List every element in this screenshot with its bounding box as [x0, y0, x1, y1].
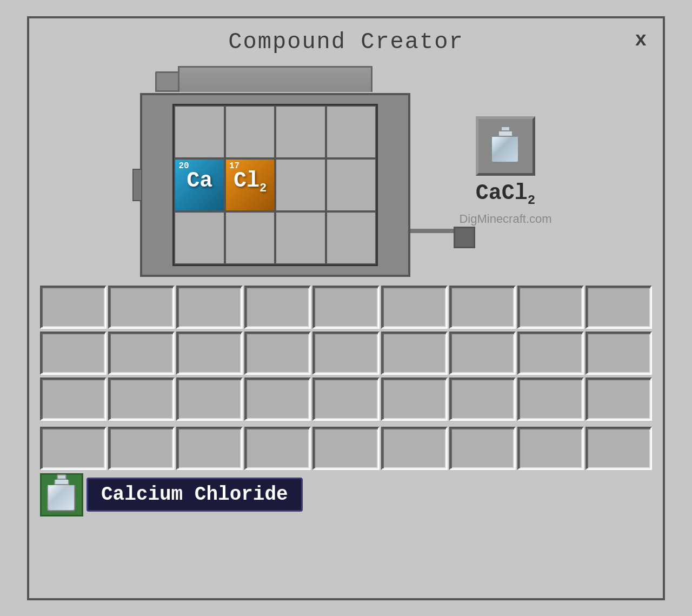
grid-cell-1-0-ca[interactable]: 20 Ca	[174, 158, 225, 211]
inv-cell-3-2[interactable]	[108, 377, 175, 421]
inv-cell-3-9[interactable]	[585, 377, 652, 421]
hotbar	[40, 427, 652, 470]
grid-cell-0-2[interactable]	[275, 105, 326, 158]
hotbar-cell-3[interactable]	[176, 427, 243, 470]
inv-cell-2-4[interactable]	[244, 332, 311, 375]
compound-creator-wrapper: 20 Ca 17 Cl2	[140, 66, 551, 277]
inv-cell-3-7[interactable]	[449, 377, 516, 421]
inv-cell-2-8[interactable]	[517, 332, 584, 375]
connector-line	[410, 229, 454, 233]
inv-cell-1-6[interactable]	[381, 286, 448, 329]
inv-cell-2-9[interactable]	[585, 332, 652, 375]
hotbar-cell-6[interactable]	[381, 427, 448, 470]
inv-cell-2-5[interactable]	[312, 332, 379, 375]
inv-cell-1-5[interactable]	[312, 286, 379, 329]
compound-creator-dialog: Compound Creator x	[27, 16, 665, 600]
inv-cell-3-3[interactable]	[176, 377, 243, 421]
inventory-row-3	[40, 377, 652, 421]
inv-cell-1-3[interactable]	[176, 286, 243, 329]
inv-cell-3-8[interactable]	[517, 377, 584, 421]
output-section: CaCl2 DigMinecraft.com	[459, 116, 551, 226]
grid-cell-2-1[interactable]	[225, 211, 276, 264]
inv-cell-3-6[interactable]	[381, 377, 448, 421]
inv-cell-1-8[interactable]	[517, 286, 584, 329]
dialog-title: Compound Creator	[228, 29, 463, 55]
inv-cell-1-7[interactable]	[449, 286, 516, 329]
tooltip-bar: Calcium Chloride	[40, 473, 652, 516]
inv-cell-1-9[interactable]	[585, 286, 652, 329]
grid-cell-0-1[interactable]	[225, 105, 276, 158]
output-slot[interactable]	[476, 116, 535, 176]
inv-cell-1-1[interactable]	[40, 286, 107, 329]
grid-cell-0-3[interactable]	[326, 105, 377, 158]
tooltip-item-icon	[40, 473, 83, 516]
inv-cell-3-1[interactable]	[40, 377, 107, 421]
inv-cell-1-4[interactable]	[244, 286, 311, 329]
machine: 20 Ca 17 Cl2	[140, 66, 410, 277]
inv-cell-3-5[interactable]	[312, 377, 379, 421]
tooltip-item-label: Calcium Chloride	[86, 478, 303, 512]
grid-cell-0-0[interactable]	[174, 105, 225, 158]
watermark: DigMinecraft.com	[459, 212, 551, 226]
grid-cell-1-1-cl[interactable]: 17 Cl2	[225, 158, 276, 211]
grid-cell-2-0[interactable]	[174, 211, 225, 264]
close-button[interactable]: x	[635, 29, 647, 51]
left-handle	[132, 169, 142, 201]
hotbar-cell-7[interactable]	[449, 427, 516, 470]
compound-formula: CaCl2	[476, 181, 535, 208]
hotbar-cell-5[interactable]	[312, 427, 379, 470]
inv-cell-2-7[interactable]	[449, 332, 516, 375]
compound-bottle-icon	[491, 126, 521, 167]
hotbar-cell-2[interactable]	[108, 427, 175, 470]
grid-cell-1-2[interactable]	[275, 158, 326, 211]
inv-cell-2-1[interactable]	[40, 332, 107, 375]
inventory-row-1	[40, 286, 652, 329]
ingredient-grid: 20 Ca 17 Cl2	[172, 104, 378, 266]
inv-cell-1-2[interactable]	[108, 286, 175, 329]
grid-cell-2-2[interactable]	[275, 211, 326, 264]
hotbar-cell-9[interactable]	[585, 427, 652, 470]
hotbar-cell-4[interactable]	[244, 427, 311, 470]
inventory: Calcium Chloride	[40, 286, 652, 587]
hotbar-cell-1[interactable]	[40, 427, 107, 470]
hotbar-cell-8[interactable]	[517, 427, 584, 470]
inv-cell-2-2[interactable]	[108, 332, 175, 375]
inv-cell-2-6[interactable]	[381, 332, 448, 375]
inventory-row-2	[40, 332, 652, 375]
title-bar: Compound Creator x	[40, 29, 652, 55]
ca-symbol: Ca	[187, 170, 212, 192]
grid-cell-2-3[interactable]	[326, 211, 377, 264]
machine-body: 20 Ca 17 Cl2	[140, 93, 410, 277]
cl-symbol: Cl2	[234, 170, 267, 195]
inv-cell-2-3[interactable]	[176, 332, 243, 375]
inv-cell-3-4[interactable]	[244, 377, 311, 421]
connector-end-block	[454, 227, 475, 248]
grid-cell-1-3[interactable]	[326, 158, 377, 211]
tooltip-bottle-icon	[47, 474, 77, 515]
connector-area	[410, 158, 454, 184]
